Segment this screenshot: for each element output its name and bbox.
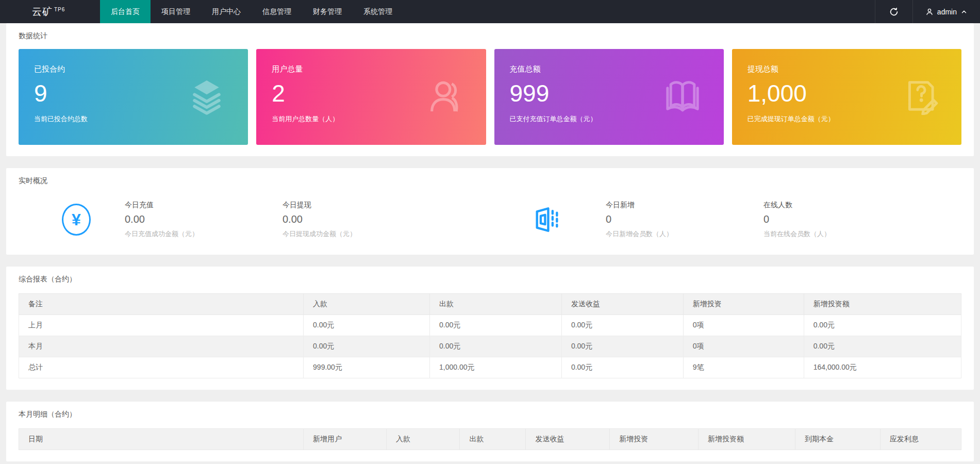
realtime-label: 在线人数 (763, 201, 887, 210)
cell: 上月 (19, 315, 304, 336)
realtime-caption: 今日充值成功金额（元） (125, 229, 248, 239)
column-header: 应发利息 (880, 429, 961, 450)
cell: 0.00元 (561, 315, 683, 336)
username: admin (937, 8, 957, 16)
logo-version: TP6 (54, 7, 65, 12)
nav-item-system[interactable]: 系统管理 (353, 0, 403, 23)
detail-header-row: 日期 新增用户 入款 出款 发送收益 新增投资 新增投资额 到期本金 应发利息 (19, 429, 961, 450)
realtime-label: 今日新增 (606, 201, 729, 210)
cell: 0.00元 (804, 336, 961, 357)
nav-item-dashboard[interactable]: 后台首页 (100, 0, 151, 23)
table-row: 本月 0.00元 0.00元 0.00元 0项 0.00元 (19, 336, 961, 357)
realtime-caption: 当前在线会员数（人） (763, 229, 887, 239)
logo-text: 云矿 (32, 5, 53, 19)
cell: 0.00元 (304, 336, 430, 357)
cell: 0.00元 (304, 315, 430, 336)
column-header: 日期 (19, 429, 304, 450)
month-detail-title: 本月明细（合约） (19, 410, 961, 419)
realtime-item-new-members: 今日新增 0 今日新增会员数（人） (606, 201, 729, 239)
column-header: 出款 (460, 429, 526, 450)
stat-card-users: 用户总量 2 当前用户总数量（人） (256, 49, 486, 145)
realtime-caption: 今日新增会员数（人） (606, 229, 729, 239)
realtime-value: 0.00 (125, 213, 248, 225)
realtime-value: 0 (763, 213, 887, 225)
realtime-label: 今日充值 (125, 201, 248, 210)
layers-icon (187, 76, 226, 118)
table-row: 总计 999.00元 1,000.00元 0.00元 9笔 164,000.00… (19, 357, 961, 378)
column-header: 新增投资额 (804, 294, 961, 315)
cell: 0项 (683, 315, 804, 336)
cell: 0.00元 (430, 315, 562, 336)
column-header: 新增投资 (683, 294, 804, 315)
cell: 0.00元 (561, 336, 683, 357)
nav-item-info[interactable]: 信息管理 (252, 0, 302, 23)
stat-cards: 已投合约 9 当前已投合约总数 用户总量 2 当前用户总数量（人） (19, 49, 961, 145)
realtime-label: 今日提现 (283, 201, 406, 210)
cell: 本月 (19, 336, 304, 357)
table-row: 上月 0.00元 0.00元 0.00元 0项 0.00元 (19, 315, 961, 336)
cell: 0.00元 (561, 357, 683, 378)
realtime-panel-title: 实时概况 (19, 176, 961, 186)
yen-glyph: ¥ (72, 210, 81, 229)
user-menu[interactable]: admin (912, 0, 980, 23)
column-header: 发送收益 (561, 294, 683, 315)
column-header: 入款 (386, 429, 460, 450)
realtime-value: 0.00 (283, 213, 406, 225)
stat-card-recharge: 充值总额 999 已支付充值订单总金额（元） (494, 49, 724, 145)
realtime-caption: 今日提现成功金额（元） (283, 229, 406, 239)
card-title: 已投合约 (34, 64, 232, 74)
building-icon (532, 205, 562, 235)
nav-item-finance[interactable]: 财务管理 (302, 0, 353, 23)
month-detail-panel: 本月明细（合约） 日期 新增用户 入款 出款 发送收益 新增投资 新增投资额 到… (6, 402, 974, 461)
report-table: 备注 入款 出款 发送收益 新增投资 新增投资额 上月 0.00元 0.00元 … (19, 293, 961, 378)
realtime-item-online: 在线人数 0 当前在线会员数（人） (763, 201, 887, 239)
card-title: 充值总额 (510, 64, 708, 74)
chevron-up-icon (960, 8, 968, 15)
navbar-right: admin (875, 0, 980, 23)
top-navbar: 云矿 TP6 后台首页 项目管理 用户中心 信息管理 财务管理 系统管理 (0, 0, 980, 23)
realtime-value: 0 (606, 213, 729, 225)
realtime-panel: 实时概况 ¥ 今日充值 0.00 今日充值成功金额（元） 今日提现 0.00 今… (6, 168, 974, 255)
stat-card-contracts: 已投合约 9 当前已投合约总数 (19, 49, 248, 145)
nav-item-projects[interactable]: 项目管理 (151, 0, 201, 23)
stats-panel: 数据统计 已投合约 9 当前已投合约总数 用户总量 2 当前用户总数量（人） (6, 23, 974, 156)
realtime-row: ¥ 今日充值 0.00 今日充值成功金额（元） 今日提现 0.00 今日提现成功… (19, 196, 961, 243)
detail-table-wrap: 日期 新增用户 入款 出款 发送收益 新增投资 新增投资额 到期本金 应发利息 (19, 428, 961, 450)
card-title: 提现总额 (748, 64, 946, 74)
nav-item-users[interactable]: 用户中心 (201, 0, 252, 23)
realtime-item-recharge: 今日充值 0.00 今日充值成功金额（元） (125, 201, 248, 239)
user-icon (925, 8, 934, 16)
users-icon (425, 76, 464, 118)
detail-table: 日期 新增用户 入款 出款 发送收益 新增投资 新增投资额 到期本金 应发利息 (19, 428, 961, 450)
column-header: 发送收益 (526, 429, 610, 450)
cell: 164,000.00元 (804, 357, 961, 378)
cell: 0项 (683, 336, 804, 357)
report-table-wrap: 备注 入款 出款 发送收益 新增投资 新增投资额 上月 0.00元 0.00元 … (19, 293, 961, 378)
cell: 0.00元 (430, 336, 562, 357)
report-panel-title: 综合报表（合约） (19, 275, 961, 284)
cell: 0.00元 (804, 315, 961, 336)
stat-card-withdraw: 提现总额 1,000 已完成提现订单总金额（元） (732, 49, 961, 145)
column-header: 到期本金 (795, 429, 881, 450)
column-header: 出款 (430, 294, 562, 315)
column-header: 新增投资 (610, 429, 699, 450)
document-edit-icon (902, 77, 940, 117)
realtime-item-withdraw: 今日提现 0.00 今日提现成功金额（元） (283, 201, 406, 239)
book-icon (663, 76, 702, 118)
column-header: 新增投资额 (698, 429, 795, 450)
column-header: 备注 (19, 294, 304, 315)
card-title: 用户总量 (272, 64, 470, 74)
cell: 999.00元 (304, 357, 430, 378)
app-logo: 云矿 TP6 (0, 0, 100, 23)
stats-panel-title: 数据统计 (19, 31, 961, 41)
yen-icon: ¥ (62, 204, 91, 236)
cell: 1,000.00元 (430, 357, 562, 378)
column-header: 入款 (304, 294, 430, 315)
refresh-icon (889, 7, 899, 16)
main-menu: 后台首页 项目管理 用户中心 信息管理 财务管理 系统管理 (100, 0, 403, 23)
report-panel: 综合报表（合约） 备注 入款 出款 发送收益 新增投资 新增投资额 上月 (6, 267, 974, 390)
cell: 9笔 (683, 357, 804, 378)
refresh-button[interactable] (875, 0, 912, 23)
cell: 总计 (19, 357, 304, 378)
report-header-row: 备注 入款 出款 发送收益 新增投资 新增投资额 (19, 294, 961, 315)
